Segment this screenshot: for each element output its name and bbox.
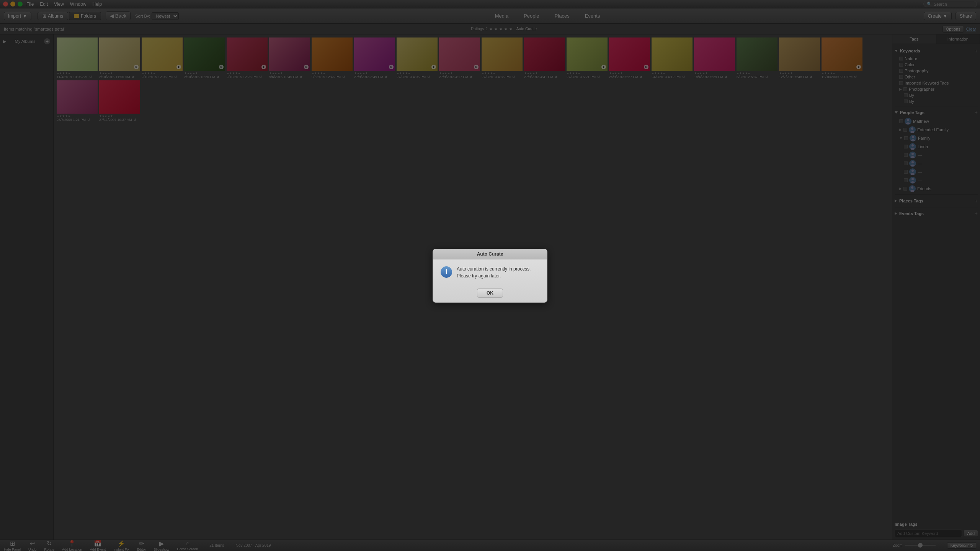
auto-curate-modal: Auto Curate i Auto curation is currently… — [433, 249, 547, 303]
modal-ok-button[interactable]: OK — [477, 289, 503, 298]
modal-info-icon: i — [441, 266, 452, 278]
modal-body: i Auto curation is currently in process.… — [433, 259, 547, 285]
modal-overlay[interactable]: Auto Curate i Auto curation is currently… — [0, 0, 980, 551]
modal-title: Auto Curate — [433, 249, 547, 259]
modal-message: Auto curation is currently in process. P… — [457, 266, 539, 279]
modal-footer: OK — [433, 285, 547, 302]
